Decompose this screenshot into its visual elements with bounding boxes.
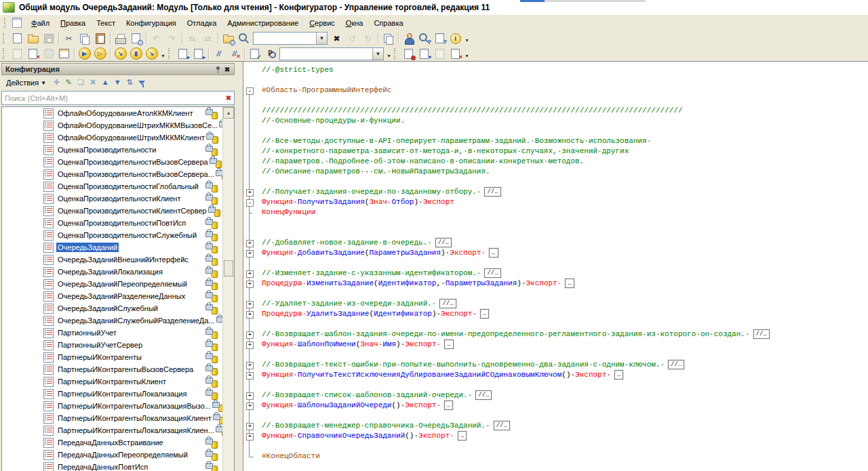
- previous-bookmark-icon[interactable]: [433, 47, 447, 60]
- cut-icon[interactable]: ✂: [62, 32, 76, 45]
- database-configuration-icon[interactable]: [41, 47, 56, 60]
- fold-expand-icon[interactable]: +: [246, 433, 254, 441]
- service-info-icon[interactable]: i: [448, 32, 462, 45]
- fold-gutter[interactable]: +: [245, 370, 254, 380]
- fold-gutter[interactable]: +: [245, 248, 254, 258]
- toolbar-overflow-dropdown[interactable]: ▾: [463, 31, 471, 45]
- tree-item[interactable]: ОценкаПроизводительностиКлиентСервер: [2, 205, 234, 217]
- tree-item[interactable]: ПартнерыИКонтрагентыВызовСервера: [2, 363, 234, 375]
- menu-item-1[interactable]: Правка: [55, 17, 91, 29]
- collapsed-code-box[interactable]: …: [458, 431, 467, 441]
- search-combobox-dropdown-icon[interactable]: ▼: [316, 33, 327, 44]
- clear-search-icon[interactable]: ✖: [330, 32, 344, 45]
- tree-item[interactable]: ПартнерыИКонтрагенты: [2, 351, 234, 363]
- tree-item[interactable]: ОценкаПроизводительностиВызовСервера...: [2, 168, 234, 180]
- next-bookmark-icon[interactable]: [417, 47, 431, 60]
- add-comment-icon[interactable]: //: [212, 47, 226, 60]
- collapsed-code-box[interactable]: //…: [439, 299, 456, 308]
- fold-expand-icon[interactable]: +: [246, 392, 254, 400]
- print-preview-icon[interactable]: [129, 32, 143, 45]
- filter-icon[interactable]: [136, 77, 148, 89]
- tree-item[interactable]: ПередачаДанныхПовтИсп: [2, 461, 234, 471]
- debug-thin-client-icon[interactable]: ▮: [129, 47, 143, 60]
- tree-item[interactable]: ОфлайнОборудованиеШтрихМККМВызовСе...: [2, 119, 234, 131]
- remove-comment-icon[interactable]: //: [227, 47, 241, 60]
- windows-icon[interactable]: [381, 32, 395, 45]
- tree-item[interactable]: ОфлайнОборудованиеАтолККМКлиент: [2, 107, 234, 119]
- fold-gutter[interactable]: +: [245, 268, 254, 279]
- tree-scrollbar[interactable]: ▲: [222, 107, 234, 471]
- menu-item-5[interactable]: Администрирование: [222, 17, 304, 29]
- fold-gutter[interactable]: +: [245, 299, 254, 309]
- fold-expand-icon[interactable]: +: [246, 189, 254, 197]
- bookmarks-dropdown[interactable]: ▾: [463, 47, 471, 61]
- tree-item[interactable]: ОценкаПроизводительностиСлужебный: [2, 229, 234, 241]
- collapsed-code-box[interactable]: …: [480, 309, 489, 319]
- toolbar-grip[interactable]: [168, 48, 172, 59]
- procedures-combobox-dropdown-icon[interactable]: ▼: [372, 48, 383, 60]
- fold-gutter[interactable]: +: [245, 401, 254, 411]
- procedures-functions-icon[interactable]: P: [263, 47, 277, 60]
- fold-gutter[interactable]: +: [245, 238, 254, 248]
- tree-item[interactable]: ОчередьЗаданийЛокализация: [2, 266, 234, 278]
- collapsed-code-box[interactable]: //…: [753, 329, 770, 339]
- menu-item-3[interactable]: Конфигурация: [121, 17, 182, 29]
- collapsed-code-box[interactable]: …: [444, 401, 453, 410]
- tree-item[interactable]: ОценкаПроизводительностиГлобальный: [2, 180, 234, 192]
- tree-item[interactable]: ПартнерыИКонтрагентыКлиент: [2, 375, 234, 388]
- fold-expand-icon[interactable]: +: [246, 372, 254, 380]
- fold-expand-icon[interactable]: +: [246, 301, 254, 308]
- tree-item[interactable]: ПартнерыИКонтрагентыЛокализация: [2, 388, 234, 400]
- fold-gutter[interactable]: -: [245, 197, 254, 207]
- sort-icon[interactable]: ⇅: [123, 77, 136, 89]
- toggle-bookmark-icon[interactable]: [401, 47, 416, 60]
- procedures-more-dropdown[interactable]: ▾: [385, 47, 393, 61]
- toolbar-grip[interactable]: [394, 48, 398, 59]
- tree-item[interactable]: ОчередьЗаданийСлужебныйРазделениеДа...: [2, 314, 234, 327]
- clear-search-icon[interactable]: ✖: [223, 94, 234, 102]
- menu-item-6[interactable]: Сервис: [304, 17, 340, 29]
- procedures-combobox-input[interactable]: [280, 48, 372, 60]
- tree-item[interactable]: ОчередьЗаданийПереопределяемый: [2, 278, 234, 290]
- tree-item[interactable]: ОценкаПроизводительностиВызовСервера: [2, 156, 234, 168]
- pin-icon[interactable]: [213, 64, 222, 74]
- syntax-help-search-icon[interactable]: [417, 32, 431, 45]
- clear-bookmarks-icon[interactable]: [448, 47, 462, 60]
- menu-item-2[interactable]: Текст: [91, 17, 121, 29]
- users-icon[interactable]: [401, 32, 416, 45]
- copy-icon[interactable]: [77, 32, 92, 45]
- collapsed-code-box[interactable]: …: [444, 340, 453, 349]
- fold-expand-icon[interactable]: +: [246, 270, 254, 278]
- fold-expand-icon[interactable]: +: [246, 250, 254, 258]
- fold-expand-icon[interactable]: +: [246, 311, 254, 319]
- menu-item-8[interactable]: Справка: [368, 17, 408, 29]
- fold-gutter[interactable]: +: [245, 360, 254, 370]
- fold-expand-icon[interactable]: +: [246, 331, 254, 339]
- collapsed-code-box[interactable]: //…: [484, 268, 500, 278]
- fold-gutter[interactable]: +: [245, 390, 254, 401]
- start-without-debugging-icon[interactable]: ▷: [93, 47, 107, 60]
- tree-item[interactable]: ПередачаДанныхВстраивание: [2, 436, 234, 449]
- collapsed-code-box[interactable]: //…: [435, 238, 452, 247]
- next-result-icon[interactable]: ↻: [361, 32, 375, 45]
- fold-expand-icon[interactable]: +: [246, 342, 254, 349]
- tree-item[interactable]: ПартионныйУчетСервер: [2, 339, 234, 351]
- open-document-icon[interactable]: [26, 32, 40, 45]
- merge-configurations-icon[interactable]: ⇄: [201, 32, 215, 45]
- fold-collapse-icon[interactable]: -: [246, 199, 254, 207]
- configuration-window-icon[interactable]: [26, 47, 40, 60]
- menu-item-7[interactable]: Окна: [340, 17, 369, 29]
- global-search-icon[interactable]: [221, 32, 235, 45]
- start-debugging-icon[interactable]: ▶: [77, 47, 92, 60]
- tree-item[interactable]: ПартнерыИКонтрагентыЛокализацияКлиен...: [2, 424, 234, 436]
- tree-item[interactable]: ОценкаПроизводительностиКлиент: [2, 192, 234, 205]
- module-document-icon[interactable]: [10, 47, 24, 60]
- check-module-icon[interactable]: [248, 47, 262, 60]
- tree-item[interactable]: ПартионныйУчет: [2, 327, 234, 339]
- fold-gutter[interactable]: +: [245, 187, 254, 197]
- debug-web-client-icon[interactable]: ↘: [144, 47, 159, 60]
- actions-menu-button[interactable]: Действия ▼: [4, 77, 48, 88]
- edit-icon[interactable]: ✎: [62, 77, 75, 89]
- fold-gutter[interactable]: +: [245, 329, 254, 340]
- fold-gutter[interactable]: -: [245, 85, 254, 96]
